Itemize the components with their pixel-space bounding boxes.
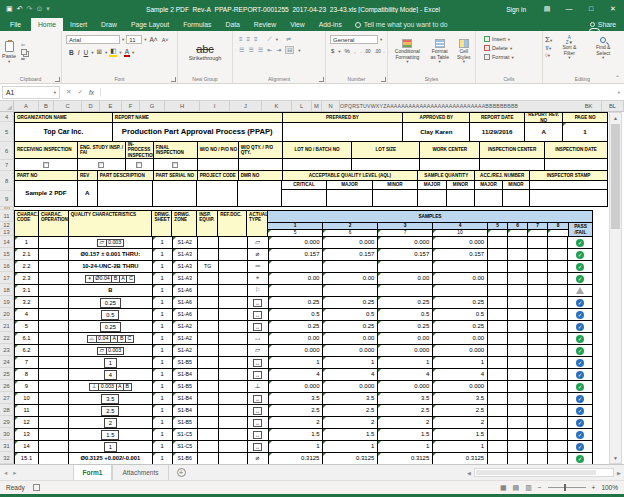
sample-empty-cell[interactable] <box>528 285 548 297</box>
insp-equip-cell[interactable] <box>198 309 219 321</box>
row-number[interactable]: 21 <box>0 320 14 332</box>
sample-value-cell[interactable]: 0.157 <box>323 249 378 261</box>
checkbox-2[interactable] <box>136 162 142 168</box>
inspection-value-cell-9[interactable] <box>480 159 545 170</box>
name-box-dropdown-icon[interactable]: ▾ <box>54 90 56 95</box>
drwg-sheet-cell[interactable]: 1 <box>153 393 173 405</box>
sample-empty-cell[interactable] <box>488 285 508 297</box>
sample-empty-cell[interactable] <box>508 333 528 345</box>
format-cells-button[interactable]: Format▾ <box>484 54 540 60</box>
align-center-icon[interactable]: ☰ <box>248 47 253 53</box>
charac-code-cell[interactable]: 2.3 <box>15 273 39 285</box>
scroll-down-icon[interactable]: ▼ <box>610 453 621 463</box>
sample-empty-cell[interactable] <box>508 285 528 297</box>
drwg-zone-cell[interactable]: S1-A2 <box>173 321 198 333</box>
zoom-in-icon[interactable]: + <box>592 484 596 491</box>
row-number[interactable]: 5 <box>0 122 14 142</box>
increase-decimal-icon[interactable]: ←.00 <box>360 49 371 54</box>
zoom-out-icon[interactable]: − <box>538 484 542 491</box>
sample-empty-cell[interactable] <box>528 441 548 453</box>
sample-value-cell[interactable]: 0.000 <box>378 381 433 393</box>
sample-empty-cell[interactable] <box>528 273 548 285</box>
row-number[interactable]: 4 <box>0 112 14 122</box>
drwg-zone-cell[interactable]: S1-A6 <box>173 297 198 309</box>
charac-code-cell[interactable]: 3.1 <box>15 285 39 297</box>
expand-formula-bar-icon[interactable]: ▾ <box>614 90 624 95</box>
drwg-zone-cell[interactable]: S1-C5 <box>173 429 198 441</box>
sample-empty-cell[interactable] <box>528 381 548 393</box>
sheet-nav-left-icon[interactable]: ◂ <box>4 469 7 477</box>
inspection-value-cell-6[interactable] <box>283 159 353 170</box>
row-number[interactable]: 19 <box>0 296 14 308</box>
charac-code-cell[interactable]: 7 <box>15 357 39 369</box>
sample-value-cell[interactable]: 0.000 <box>433 381 488 393</box>
row-number[interactable]: 28 <box>0 404 14 416</box>
sample-value-cell[interactable]: 0.00 <box>269 273 324 285</box>
sample-value-cell[interactable]: 3.5 <box>323 393 378 405</box>
pass-fail-cell[interactable]: ✓ <box>568 441 592 453</box>
sample-empty-cell[interactable] <box>528 261 548 273</box>
inspection-value-cell-5[interactable] <box>239 159 283 170</box>
ribbon-display-options-icon[interactable]: ▤ <box>536 0 558 18</box>
report-name-cell[interactable]: Production Part Approval Process (PPAP) <box>113 123 283 141</box>
sort-filter-button[interactable]: AZ▼ Sort & Filter▾ <box>554 36 584 61</box>
sample-empty-cell[interactable] <box>548 249 568 261</box>
charac-operation-cell[interactable] <box>39 369 69 381</box>
row-number[interactable]: 13 <box>0 229 14 236</box>
drwg-sheet-cell[interactable]: 1 <box>153 405 173 417</box>
sample-value-cell[interactable]: 4 <box>323 369 378 381</box>
pass-fail-cell[interactable]: ✓ <box>568 357 592 369</box>
tab-home[interactable]: Home <box>31 18 63 31</box>
charac-code-cell[interactable]: 6.2 <box>15 345 39 357</box>
quality-characteristic-cell[interactable]: Ø0.157 ± 0.001 THRU: <box>69 249 153 261</box>
sample-value-cell[interactable]: 0.25 <box>378 297 433 309</box>
ref-doc-cell[interactable] <box>219 321 248 333</box>
actual-type-cell[interactable]: ↔ <box>248 417 269 429</box>
select-all-corner[interactable] <box>0 101 14 111</box>
sample-empty-cell[interactable] <box>548 261 568 273</box>
pass-fail-cell[interactable]: ✓ <box>568 237 592 249</box>
row-number[interactable]: 14 <box>0 236 14 248</box>
sample-value-cell[interactable]: 0.000 <box>323 381 378 393</box>
collapse-ribbon-icon[interactable]: ⌃ <box>615 74 620 81</box>
column-header-F[interactable]: F <box>122 101 140 111</box>
sample-size-cell-3[interactable]: 10 <box>433 230 488 237</box>
row-number[interactable]: 6 <box>0 142 14 160</box>
drwg-sheet-cell[interactable]: 1 <box>153 285 173 297</box>
sample-value-cell[interactable] <box>378 285 433 297</box>
sample-value-cell[interactable]: 0.00 <box>323 333 378 345</box>
drwg-zone-cell[interactable]: S1-A3 <box>173 249 198 261</box>
row-number[interactable]: 16 <box>0 260 14 272</box>
pass-fail-cell[interactable]: ✓ <box>568 429 592 441</box>
page-layout-view-icon[interactable]: ▤ <box>513 484 520 492</box>
drwg-zone-cell[interactable]: S1-A2 <box>173 333 198 345</box>
touch-mode-icon[interactable]: ⊙ <box>36 5 42 13</box>
ref-doc-cell[interactable] <box>219 381 248 393</box>
fill-icon[interactable]: ⊽▾ <box>545 45 552 51</box>
number-dialog-launcher[interactable] <box>381 77 386 82</box>
insp-equip-cell[interactable] <box>198 381 219 393</box>
strikethrough-button[interactable]: abc Strikethrough <box>180 33 230 71</box>
ref-doc-cell[interactable] <box>219 249 248 261</box>
sample-value-cell[interactable]: 0.157 <box>269 249 324 261</box>
sample-size-cell-1[interactable]: 6 <box>323 230 378 237</box>
scroll-up-icon[interactable]: ▲ <box>610 113 621 123</box>
dmr-no-cell[interactable] <box>238 181 282 206</box>
actual-type-cell[interactable]: ↔ <box>248 297 269 309</box>
format-as-table-button[interactable]: Format as Table▾ <box>427 39 453 65</box>
charac-code-cell[interactable]: 14 <box>15 441 39 453</box>
sample-size-cell-0[interactable]: 5 <box>268 230 323 237</box>
insert-cells-button[interactable]: Insert▾ <box>484 36 540 42</box>
aql-value-cell-2[interactable] <box>373 190 418 206</box>
vertical-scrollbar[interactable]: ▲ ▼ <box>609 112 622 464</box>
sample-empty-cell[interactable] <box>508 297 528 309</box>
row-number[interactable]: 8 <box>0 171 14 191</box>
column-header-C[interactable]: C <box>54 101 82 111</box>
sample-value-cell[interactable]: 0.00 <box>378 273 433 285</box>
merge-center-icon[interactable]: ⊟ <box>285 46 294 54</box>
pass-fail-cell[interactable]: ✓ <box>568 393 592 405</box>
aql-value-cell-3[interactable] <box>418 190 447 206</box>
charac-code-cell[interactable]: 2.2 <box>15 261 39 273</box>
row-number[interactable]: 11 <box>0 210 14 222</box>
sample-empty-cell[interactable] <box>508 405 528 417</box>
